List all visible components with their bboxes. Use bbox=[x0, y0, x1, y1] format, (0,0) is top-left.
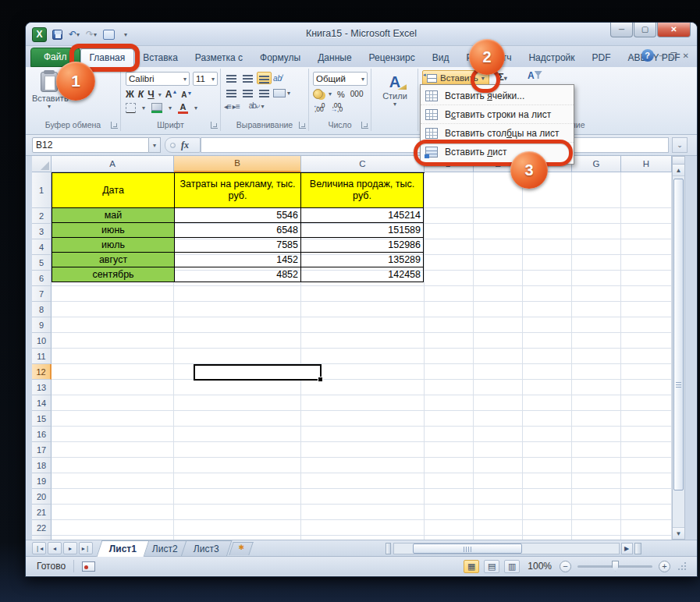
grid-cell[interactable] bbox=[52, 458, 174, 473]
name-box-dropdown-icon[interactable]: ▾ bbox=[149, 137, 161, 153]
row-header-1[interactable]: 1 bbox=[32, 172, 52, 208]
name-box[interactable]: B12 bbox=[32, 137, 149, 153]
row-header-8[interactable]: 8 bbox=[32, 302, 52, 317]
tab-splitter[interactable] bbox=[386, 543, 391, 554]
grid-cell[interactable] bbox=[301, 395, 425, 411]
grid-cell[interactable] bbox=[572, 458, 621, 473]
grid-cell[interactable] bbox=[523, 317, 572, 333]
row-header-14[interactable]: 14 bbox=[32, 395, 52, 411]
grid-cell[interactable] bbox=[52, 442, 174, 458]
grid-cell[interactable] bbox=[572, 333, 621, 349]
grid-cell[interactable] bbox=[474, 208, 523, 224]
value-cell[interactable]: 5546 bbox=[175, 208, 301, 223]
grid-cell[interactable] bbox=[572, 395, 621, 411]
grid-cell[interactable] bbox=[301, 505, 425, 520]
grid-cell[interactable] bbox=[621, 505, 672, 520]
grid-cell[interactable] bbox=[425, 505, 474, 520]
underline-dropdown-icon[interactable]: ▾ bbox=[158, 91, 162, 98]
grid-cell[interactable] bbox=[425, 458, 474, 473]
grid-cell[interactable] bbox=[301, 489, 425, 505]
select-all-corner[interactable] bbox=[32, 156, 52, 172]
grid-cell[interactable] bbox=[523, 380, 572, 395]
grid-cell[interactable] bbox=[523, 224, 572, 239]
grid-cell[interactable] bbox=[523, 333, 572, 349]
tab-PDF[interactable]: PDF bbox=[584, 49, 620, 67]
table-header-cell[interactable]: Затраты на рекламу, тыс. руб. bbox=[175, 173, 301, 208]
grid-cell[interactable] bbox=[425, 380, 474, 395]
align-middle-button[interactable] bbox=[240, 72, 255, 84]
grid-cell[interactable] bbox=[474, 520, 523, 536]
grid-cell[interactable] bbox=[52, 411, 174, 427]
grid-cell[interactable] bbox=[474, 505, 523, 520]
grid-cell[interactable] bbox=[621, 317, 672, 333]
grid-cell[interactable] bbox=[425, 411, 474, 427]
grid-cell[interactable] bbox=[621, 349, 672, 364]
next-sheet-icon[interactable]: ▸ bbox=[63, 542, 77, 554]
grid-cell[interactable] bbox=[572, 271, 621, 286]
zoom-slider-thumb[interactable] bbox=[612, 561, 619, 572]
view-page-layout-button[interactable]: ▤ bbox=[484, 560, 499, 573]
sheet-tab-Лист1[interactable]: Лист1 bbox=[97, 540, 150, 557]
row-header-11[interactable]: 11 bbox=[32, 349, 52, 364]
row-header-19[interactable]: 19 bbox=[32, 473, 52, 489]
grid-cell[interactable] bbox=[425, 442, 474, 458]
font-dialog-launcher-icon[interactable] bbox=[211, 122, 218, 129]
doc-minimize-icon[interactable]: ─ bbox=[659, 51, 665, 60]
grid-cell[interactable] bbox=[52, 489, 174, 505]
horizontal-split-box[interactable] bbox=[634, 543, 641, 554]
grid-cell[interactable] bbox=[301, 473, 425, 489]
grid-cell[interactable] bbox=[52, 505, 174, 520]
row-header-17[interactable]: 17 bbox=[32, 442, 52, 458]
column-header-G[interactable]: G bbox=[572, 156, 621, 172]
grid-cell[interactable] bbox=[523, 473, 572, 489]
grid-cell[interactable] bbox=[52, 286, 174, 302]
column-header-C[interactable]: C bbox=[301, 156, 425, 172]
grid-cell[interactable] bbox=[301, 411, 425, 427]
grid-cell[interactable] bbox=[621, 380, 672, 395]
font-name-combo[interactable]: Calibri▾ bbox=[126, 72, 190, 86]
row-header-10[interactable]: 10 bbox=[32, 333, 52, 349]
grid-cell[interactable] bbox=[425, 286, 474, 302]
grid-cell[interactable] bbox=[425, 427, 474, 442]
align-bottom-button[interactable] bbox=[257, 72, 272, 84]
grid-cell[interactable] bbox=[52, 380, 174, 395]
grid-cell[interactable] bbox=[621, 172, 672, 208]
minimize-button[interactable]: ─ bbox=[610, 23, 633, 37]
row-header-21[interactable]: 21 bbox=[32, 505, 52, 520]
grid-cell[interactable] bbox=[174, 427, 301, 442]
grow-font-button[interactable]: А▲ bbox=[165, 89, 178, 100]
grid-cell[interactable] bbox=[174, 489, 301, 505]
vertical-split-box[interactable] bbox=[673, 157, 684, 165]
zoom-slider[interactable] bbox=[577, 565, 652, 568]
month-cell[interactable]: июнь bbox=[52, 223, 175, 238]
grid-cell[interactable] bbox=[174, 286, 301, 302]
wrap-text-icon[interactable]: ab⤶ bbox=[249, 101, 260, 111]
grid-cell[interactable] bbox=[52, 317, 174, 333]
grid-cell[interactable] bbox=[474, 349, 523, 364]
increase-decimal-icon[interactable]: ←,0,00 bbox=[313, 104, 325, 112]
grid-cell[interactable] bbox=[621, 239, 672, 255]
font-color-icon[interactable]: А bbox=[178, 103, 188, 113]
grid-cell[interactable] bbox=[52, 520, 174, 536]
sheet-tab-Лист3[interactable]: Лист3 bbox=[180, 540, 232, 557]
grid-cell[interactable] bbox=[572, 505, 621, 520]
grid-cell[interactable] bbox=[572, 473, 621, 489]
grid-cell[interactable] bbox=[523, 395, 572, 411]
align-center-button[interactable] bbox=[240, 87, 255, 99]
grid-cell[interactable] bbox=[523, 411, 572, 427]
grid-cell[interactable] bbox=[301, 380, 425, 395]
borders-icon[interactable] bbox=[126, 103, 136, 113]
row-header-2[interactable]: 2 bbox=[32, 208, 52, 224]
align-top-button[interactable] bbox=[224, 72, 239, 84]
row-header-7[interactable]: 7 bbox=[32, 286, 52, 302]
tab-Надстройк[interactable]: Надстройк bbox=[520, 49, 583, 67]
clipboard-dialog-launcher-icon[interactable] bbox=[111, 122, 118, 129]
shrink-font-button[interactable]: А▼ bbox=[181, 90, 192, 99]
grid-cell[interactable] bbox=[474, 473, 523, 489]
macro-record-icon[interactable] bbox=[82, 561, 95, 572]
row-header-18[interactable]: 18 bbox=[32, 458, 52, 473]
table-header-cell[interactable]: Величина продаж, тыс. руб. bbox=[301, 173, 424, 208]
grid-cell[interactable] bbox=[523, 489, 572, 505]
grid-cell[interactable] bbox=[474, 302, 523, 317]
row-header-20[interactable]: 20 bbox=[32, 489, 52, 505]
